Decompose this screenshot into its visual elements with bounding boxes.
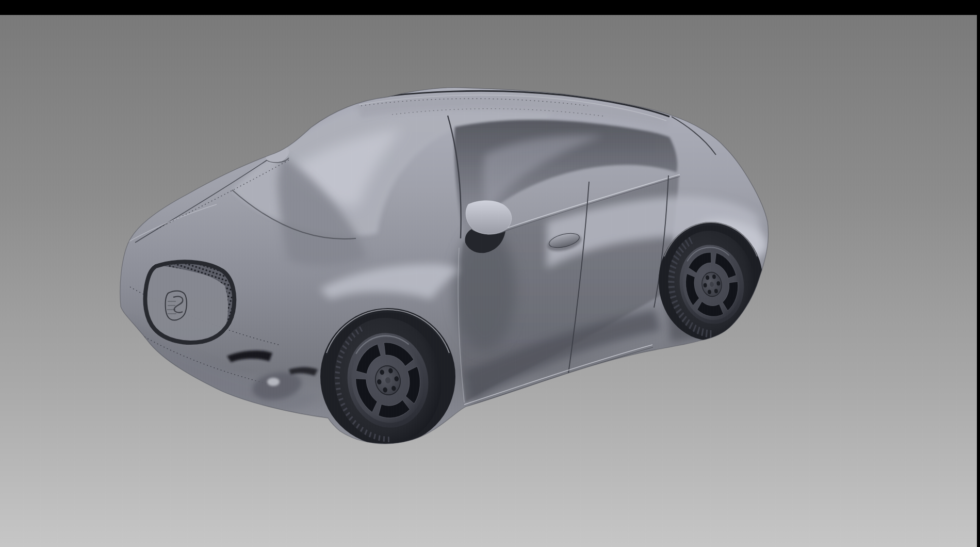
letterbox-top-bar	[0, 0, 980, 15]
grille	[143, 260, 236, 344]
letterbox-right-bar	[977, 0, 980, 547]
car-model-canvas[interactable]	[0, 0, 980, 547]
viewport-3d[interactable]	[0, 15, 977, 547]
car-model[interactable]	[120, 88, 772, 452]
